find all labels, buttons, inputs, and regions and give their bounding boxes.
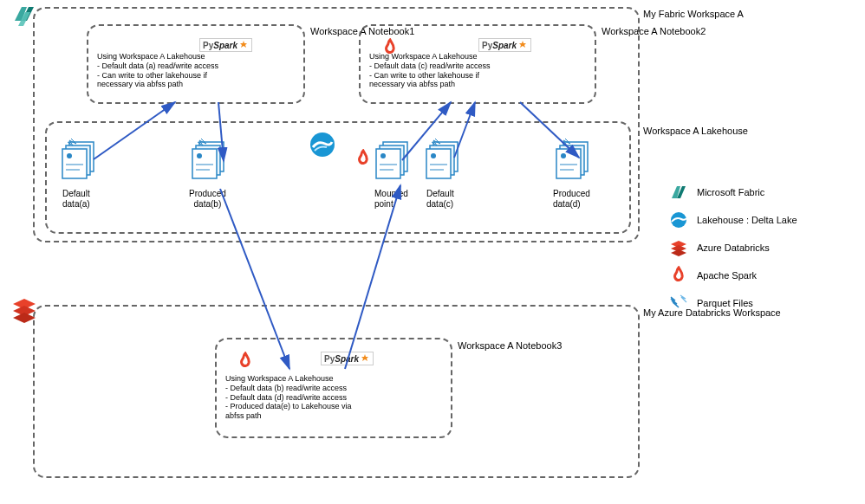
svg-point-4 xyxy=(67,153,72,158)
legend-item-spark: Apache Spark xyxy=(667,265,858,286)
workspace-a-notebook1-text: Using Workspace A Lakehouse - Default da… xyxy=(97,52,218,89)
parquet-stack-d xyxy=(555,137,600,182)
legend-item-databricks: Azure Databricks xyxy=(667,237,858,258)
lakehouse-wave-icon xyxy=(308,130,337,159)
spark-flame-icon xyxy=(667,265,690,286)
parquet-stack-a xyxy=(61,137,106,182)
legend: Microsoft Fabric Lakehouse : Delta Lake … xyxy=(667,182,858,320)
parquet-label-d: Produced data(d) xyxy=(553,189,590,210)
svg-rect-15 xyxy=(376,149,400,178)
workspace-a-notebook2-title: Workspace A Notebook2 xyxy=(602,26,706,37)
parquet-stack-mount xyxy=(374,137,419,182)
parquet-label-b: Produced data(b) xyxy=(189,189,226,210)
svg-rect-9 xyxy=(192,149,217,178)
pyspark-badge-3: PySpark xyxy=(321,352,374,365)
legend-label-fabric: Microsoft Fabric xyxy=(697,187,764,197)
workspace-a-notebook3-title: Workspace A Notebook3 xyxy=(458,340,562,352)
parquet-stack-b xyxy=(191,137,236,182)
svg-point-22 xyxy=(431,153,436,158)
lakehouse-icon xyxy=(667,210,690,230)
legend-label-databricks: Azure Databricks xyxy=(697,242,770,253)
legend-label-lakehouse: Lakehouse : Delta Lake xyxy=(697,215,797,225)
microsoft-fabric-icon xyxy=(667,182,690,203)
workspace-a-notebook2-text: Using Workspace A Lakehouse - Default da… xyxy=(369,52,491,89)
legend-label-spark: Apache Spark xyxy=(697,270,757,281)
svg-point-16 xyxy=(380,153,386,158)
databricks-icon xyxy=(9,294,40,326)
legend-item-fabric: Microsoft Fabric xyxy=(667,182,858,203)
microsoft-fabric-icon xyxy=(9,1,40,32)
lakehouse-container xyxy=(45,121,631,234)
spark-mount-icon xyxy=(354,149,373,170)
legend-item-lakehouse: Lakehouse : Delta Lake xyxy=(667,210,858,230)
svg-rect-3 xyxy=(62,149,87,178)
workspace-a-notebook3-text: Using Workspace A Lakehouse - Default da… xyxy=(225,374,352,421)
fabric-workspace-label: My Fabric Workspace A xyxy=(643,9,744,20)
spark-flame-icon-2 xyxy=(236,352,255,372)
lakehouse-title: Workspace A Lakehouse xyxy=(643,126,748,137)
svg-point-10 xyxy=(197,153,202,158)
parquet-icon xyxy=(667,293,690,313)
parquet-stack-c xyxy=(425,137,470,182)
parquet-label-mount: Mounted point xyxy=(374,189,408,210)
svg-rect-21 xyxy=(426,149,451,178)
pyspark-badge-2: PySpark xyxy=(478,38,531,52)
parquet-label-c: Default data(c) xyxy=(426,189,454,210)
parquet-label-a: Default data(a) xyxy=(62,189,90,210)
legend-item-parquet: Parquet Files xyxy=(667,293,858,313)
legend-label-parquet: Parquet Files xyxy=(697,298,753,308)
svg-rect-27 xyxy=(556,149,581,178)
databricks-icon xyxy=(667,237,690,258)
pyspark-badge-1: PySpark xyxy=(199,38,252,52)
svg-point-28 xyxy=(561,153,566,158)
